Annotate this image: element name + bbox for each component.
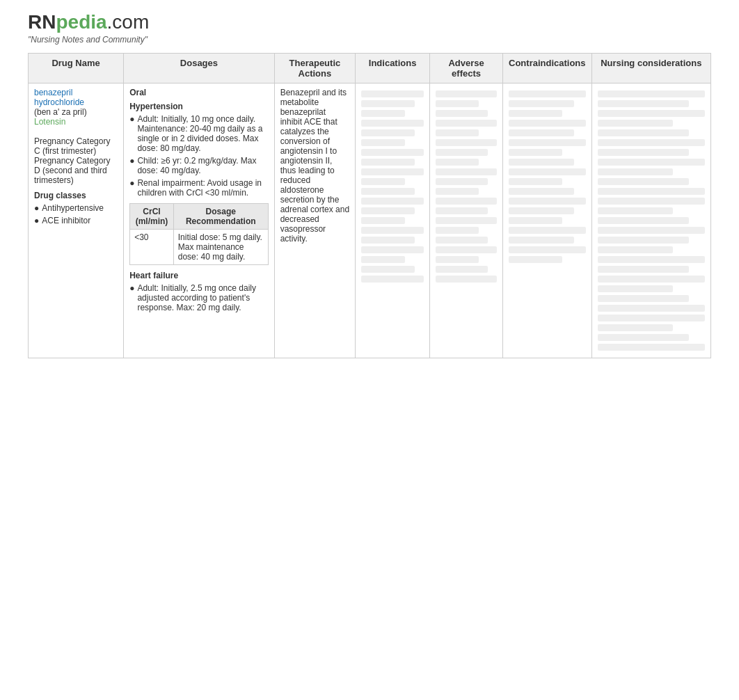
adult-heart-failure: ● Adult: Initially, 2.5 mg once daily ad… — [129, 283, 269, 312]
dosage-route: Oral — [129, 88, 269, 97]
blur-block — [598, 246, 673, 253]
blur-block — [436, 256, 479, 263]
blur-block — [436, 90, 497, 97]
drug-name-link[interactable]: benazepril hydrochloride — [34, 88, 84, 107]
blur-block — [598, 217, 689, 224]
blur-block — [598, 129, 689, 136]
therapeutic-text: Benazepril and its metabolite benazepril… — [280, 88, 349, 244]
blur-block — [509, 110, 562, 117]
bullet-icon: ● — [129, 156, 134, 175]
renal-col-crcl: CrCl (ml/min) — [130, 204, 174, 230]
renal-row: <30 Initial dose: 5 mg daily. Max mainte… — [130, 230, 269, 265]
blur-block — [361, 237, 415, 244]
blur-block — [361, 198, 424, 205]
blur-block — [598, 120, 673, 127]
header-therapeutic: Therapeutic Actions — [274, 54, 355, 83]
blur-block — [598, 334, 689, 341]
blur-block — [436, 159, 479, 166]
blur-block — [436, 178, 488, 185]
title-com: .com — [107, 11, 150, 33]
blur-block — [598, 100, 689, 107]
nursing-cell — [591, 83, 710, 358]
blur-block — [509, 159, 574, 166]
drug-class-label: ACE inhibitor — [42, 216, 90, 225]
renal-crcl-value: <30 — [130, 230, 174, 265]
blur-block — [509, 246, 586, 253]
drug-class-section: Drug classes ● Antihypertensive ● ACE in… — [34, 191, 118, 225]
blur-block — [436, 227, 479, 234]
blur-block — [598, 178, 689, 185]
drug-name-cell: benazepril hydrochloride (ben a' za pril… — [29, 83, 124, 358]
bullet-icon: ● — [129, 114, 134, 153]
blur-block — [361, 100, 415, 107]
blur-block — [598, 344, 705, 351]
drug-pronunciation: (ben a' za pril) — [34, 107, 87, 117]
blur-block — [436, 237, 488, 244]
site-subtitle: "Nursing Notes and Community" — [28, 35, 711, 45]
blur-block — [436, 246, 497, 253]
blur-block — [598, 305, 705, 312]
blur-block — [436, 168, 497, 175]
drug-class-ace: ● ACE inhibitor — [34, 216, 118, 225]
header-dosages: Dosages — [124, 54, 275, 83]
site-title: RNpedia.com — [28, 11, 711, 33]
blur-block — [598, 168, 673, 175]
blur-block — [598, 315, 705, 321]
blur-block — [436, 110, 488, 117]
page-wrapper: Drug Name Dosages Therapeutic Actions In… — [0, 53, 739, 372]
header-adverse: Adverse effects — [430, 54, 503, 83]
blur-block — [598, 237, 689, 244]
blur-block — [598, 90, 705, 97]
blur-block — [361, 227, 424, 234]
blur-block — [598, 266, 689, 273]
blur-block — [509, 188, 574, 195]
blur-block — [598, 159, 705, 166]
blur-block — [509, 100, 574, 107]
blur-block — [509, 198, 586, 205]
blur-block — [361, 168, 424, 175]
blur-block — [509, 168, 586, 175]
blur-block — [598, 149, 689, 156]
contra-cell — [503, 83, 592, 358]
header-indications: Indications — [356, 54, 430, 83]
blur-block — [598, 324, 673, 331]
renal-table: CrCl (ml/min) Dosage Recommendation <30 … — [129, 203, 269, 265]
blur-block — [598, 139, 705, 146]
blur-block — [509, 237, 574, 244]
blur-block — [436, 188, 479, 195]
blur-block — [598, 276, 705, 283]
header-contra: Contraindications — [503, 54, 592, 83]
blur-block — [509, 90, 586, 97]
drug-class-antihypertensive: ● Antihypertensive — [34, 203, 118, 213]
blur-block — [361, 217, 405, 224]
bullet-icon: ● — [34, 216, 39, 225]
child-hypertension-text: Child: ≥6 yr: 0.2 mg/kg/day. Max dose: 4… — [137, 156, 268, 175]
header-drug-name: Drug Name — [29, 54, 124, 83]
blur-block — [509, 120, 586, 127]
blur-block — [361, 110, 405, 117]
dosages-cell: Oral Hypertension ● Adult: Initially, 10… — [124, 83, 275, 358]
blur-block — [361, 246, 424, 253]
indications-cell — [356, 83, 430, 358]
blur-block — [509, 227, 586, 234]
drug-table: Drug Name Dosages Therapeutic Actions In… — [28, 53, 711, 358]
title-rn: RN — [28, 11, 56, 33]
blur-block — [436, 129, 479, 136]
blur-block — [598, 188, 705, 195]
therapeutic-cell: Benazepril and its metabolite benazepril… — [274, 83, 355, 358]
blur-block — [598, 256, 705, 263]
blur-block — [361, 188, 415, 195]
blur-block — [361, 129, 415, 136]
blur-block — [509, 129, 574, 136]
blur-block — [436, 139, 497, 146]
blur-block — [598, 198, 705, 205]
blur-block — [598, 285, 673, 292]
blur-block — [436, 266, 488, 273]
drug-class-label: Antihypertensive — [42, 203, 104, 213]
blur-block — [509, 178, 562, 185]
renal-dosage-value: Initial dose: 5 mg daily. Max maintenanc… — [173, 230, 268, 265]
blur-block — [598, 227, 705, 234]
blur-block — [598, 295, 689, 302]
blur-block — [361, 207, 415, 214]
blur-block — [509, 256, 562, 263]
